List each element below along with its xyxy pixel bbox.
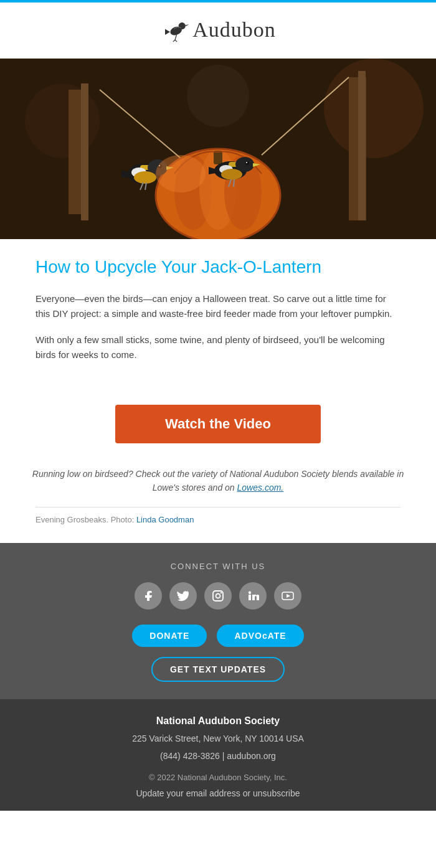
svg-point-41 (246, 162, 247, 163)
advocate-button[interactable]: ADVOcATE (217, 625, 303, 647)
svg-point-40 (245, 161, 249, 165)
svg-line-44 (234, 179, 234, 187)
text-update-container: GET TEXT UPDATES (12, 657, 424, 682)
svg-rect-22 (214, 151, 222, 164)
connect-label: CONNECT WITH US (12, 562, 424, 571)
svg-point-10 (187, 65, 249, 127)
get-text-updates-button[interactable]: GET TEXT UPDATES (151, 657, 285, 682)
cta-container: Watch the Video (0, 405, 436, 443)
svg-rect-12 (81, 83, 88, 220)
svg-marker-3 (165, 29, 170, 35)
lowe-body-text: Running low on birdseed? Check out the v… (32, 469, 404, 493)
watch-video-button[interactable]: Watch the Video (115, 405, 321, 443)
header: Audubon (0, 2, 436, 59)
svg-point-50 (249, 592, 251, 594)
org-name: National Audubon Society (12, 715, 424, 727)
article-paragraph-2: With only a few small sticks, some twine… (36, 333, 400, 362)
update-email-link[interactable]: Update your email address or unsubscribe (12, 788, 424, 798)
article-paragraph-1: Everyone—even the birds—can enjoy a Hall… (36, 291, 400, 321)
photo-credit: Evening Grosbeaks. Photo: Linda Goodman (0, 515, 436, 543)
svg-point-28 (134, 171, 156, 184)
svg-point-9 (324, 59, 424, 158)
social-icons-row (12, 582, 424, 610)
lowes-link[interactable]: Lowes.com. (237, 483, 284, 493)
svg-point-47 (216, 594, 220, 598)
twitter-icon[interactable] (169, 582, 197, 610)
phone-separator: | (220, 751, 227, 761)
org-address-line1: 225 Varick Street, New York, NY 10014 US… (12, 732, 424, 747)
org-phone: (844) 428-3826 (160, 751, 220, 761)
youtube-icon[interactable] (274, 582, 301, 610)
logo-text: Audubon (192, 18, 276, 42)
divider (36, 507, 400, 507)
footer-bottom: National Audubon Society 225 Varick Stre… (0, 699, 436, 811)
svg-point-45 (156, 155, 206, 192)
lowe-text: Running low on birdseed? Check out the v… (0, 461, 436, 495)
svg-rect-14 (358, 71, 366, 220)
photographer-link[interactable]: Linda Goodman (136, 515, 194, 524)
photo-credit-text: Evening Grosbeaks. Photo: (36, 515, 136, 524)
svg-marker-2 (186, 24, 189, 26)
svg-rect-49 (249, 595, 251, 600)
content-area: How to Upcycle Your Jack-O-Lantern Every… (0, 239, 436, 386)
hero-image (0, 59, 436, 239)
org-contact: (844) 428-3826 | audubon.org (12, 749, 424, 764)
facebook-icon[interactable] (135, 582, 162, 610)
svg-point-39 (221, 169, 242, 180)
svg-point-1 (179, 22, 186, 29)
instagram-icon[interactable] (204, 582, 232, 610)
audubon-bird-logo-icon (160, 15, 190, 45)
donate-button[interactable]: DONATE (132, 625, 207, 647)
footer-dark: CONNECT WITH US DONATE ADVOcATE GET TEXT… (0, 543, 436, 699)
logo-container: Audubon (160, 15, 276, 45)
svg-line-5 (173, 40, 175, 42)
svg-marker-52 (287, 594, 290, 598)
svg-point-48 (220, 592, 222, 593)
svg-point-36 (235, 157, 254, 172)
copyright-text: © 2022 National Audubon Society, Inc. (12, 773, 424, 782)
org-website-link[interactable]: audubon.org (227, 751, 276, 761)
svg-line-4 (175, 35, 176, 40)
article-title: How to Upcycle Your Jack-O-Lantern (36, 257, 400, 278)
action-buttons-row: DONATE ADVOcATE (12, 625, 424, 647)
svg-line-6 (175, 40, 177, 42)
linkedin-icon[interactable] (239, 582, 267, 610)
